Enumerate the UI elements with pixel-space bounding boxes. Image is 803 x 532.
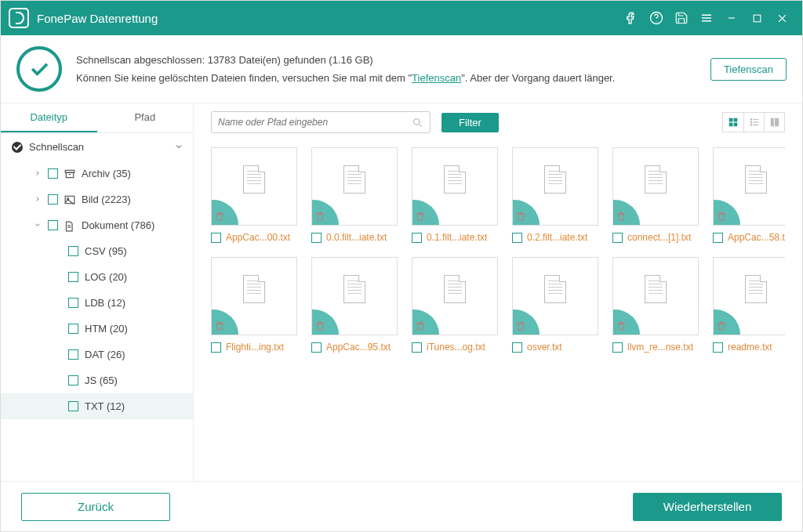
archive-icon xyxy=(64,169,75,179)
svg-rect-28 xyxy=(770,118,773,127)
document-icon xyxy=(645,275,667,303)
titlebar: FonePaw Datenrettung xyxy=(1,1,802,35)
file-thumbnail xyxy=(211,147,297,226)
help-icon[interactable] xyxy=(644,5,669,31)
checkbox[interactable] xyxy=(713,233,723,243)
tab-path[interactable]: Pfad xyxy=(97,103,194,132)
tree-sub-csv[interactable]: CSV (95) xyxy=(1,238,193,264)
scan-hint-line: Können Sie keine gelöschten Dateien find… xyxy=(76,69,696,87)
tree-sub-js[interactable]: JS (65) xyxy=(1,367,193,393)
search-input[interactable] xyxy=(218,117,412,128)
checkbox[interactable] xyxy=(68,272,78,282)
checkbox[interactable] xyxy=(412,342,422,353)
document-icon xyxy=(444,275,466,303)
tree-header-quickscan[interactable]: Schnellscan xyxy=(1,133,193,161)
checkbox[interactable] xyxy=(68,298,78,308)
checkbox[interactable] xyxy=(48,194,58,204)
checkbox[interactable] xyxy=(412,233,422,243)
file-thumbnail xyxy=(512,257,598,335)
main-panel: Filter AppCac...00.txt 0.0.filt...iate.t… xyxy=(194,103,802,481)
back-button[interactable]: Zurück xyxy=(21,493,170,521)
footer: Zurück Wiederherstellen xyxy=(1,481,802,531)
search-box[interactable] xyxy=(211,111,431,133)
chevron-right-icon xyxy=(34,169,42,179)
checkbox[interactable] xyxy=(612,233,623,243)
file-name: AppCac...95.txt xyxy=(326,342,398,353)
chevron-right-icon xyxy=(34,195,42,204)
app-window: FonePaw Datenrettung Schnellscan abges xyxy=(0,0,803,532)
file-card[interactable]: Flighti...ing.txt xyxy=(211,257,297,353)
filter-button[interactable]: Filter xyxy=(441,113,499,132)
file-card[interactable]: readme.txt xyxy=(713,257,785,353)
checkbox[interactable] xyxy=(48,168,58,179)
file-card[interactable]: osver.txt xyxy=(512,257,598,353)
search-icon xyxy=(412,117,423,128)
file-card[interactable]: 0.2.filt...iate.txt xyxy=(512,147,598,243)
checkbox[interactable] xyxy=(612,342,623,353)
tree-sub-log[interactable]: LOG (20) xyxy=(1,264,193,290)
maximize-icon[interactable] xyxy=(744,5,769,31)
checkbox[interactable] xyxy=(48,220,58,230)
minimize-icon[interactable] xyxy=(719,5,744,31)
svg-rect-20 xyxy=(729,123,733,127)
file-card[interactable]: iTunes...og.txt xyxy=(412,257,498,353)
file-card[interactable]: 0.1.filt...iate.txt xyxy=(412,147,498,243)
scan-result-line: Schnellscan abgeschlossen: 13783 Datei(e… xyxy=(76,51,696,69)
checkbox[interactable] xyxy=(211,342,221,353)
file-card[interactable]: 0.0.filt...iate.txt xyxy=(311,147,398,243)
tree-item-archiv[interactable]: Archiv (35) xyxy=(1,161,193,186)
deleted-badge-icon xyxy=(412,309,439,335)
deepscan-link[interactable]: Tiefenscan xyxy=(412,72,461,84)
list-view-button[interactable] xyxy=(743,113,764,132)
deleted-badge-icon xyxy=(412,200,439,225)
tree-item-label: Dokument (786) xyxy=(82,219,154,231)
checkmark-icon xyxy=(16,46,62,92)
file-card[interactable]: AppCac...58.txt xyxy=(713,147,785,243)
checkbox[interactable] xyxy=(68,375,78,385)
checkbox[interactable] xyxy=(211,233,221,243)
tree-sub-htm[interactable]: HTM (20) xyxy=(1,316,193,342)
file-card[interactable]: AppCac...00.txt xyxy=(211,147,297,243)
file-thumbnail xyxy=(612,257,699,335)
grid-view-button[interactable] xyxy=(723,113,743,132)
checkbox[interactable] xyxy=(68,401,78,411)
document-icon xyxy=(343,165,365,194)
file-name: 0.2.filt...iate.txt xyxy=(527,232,598,243)
checkbox[interactable] xyxy=(68,246,78,256)
recover-button[interactable]: Wiederherstellen xyxy=(633,493,782,521)
svg-rect-21 xyxy=(734,123,738,127)
tree-sub-dat[interactable]: DAT (26) xyxy=(1,342,193,367)
tree-sub-ldb[interactable]: LDB (12) xyxy=(1,290,193,316)
tree-sub-txt[interactable]: TXT (12) xyxy=(1,393,193,419)
checkbox[interactable] xyxy=(68,324,78,334)
file-name: iTunes...og.txt xyxy=(427,342,498,353)
tab-filetype[interactable]: Dateityp xyxy=(1,103,97,132)
save-icon[interactable] xyxy=(669,5,694,31)
file-card[interactable]: connect...[1].txt xyxy=(612,147,699,243)
deleted-badge-icon xyxy=(312,200,339,225)
facebook-icon[interactable] xyxy=(619,5,644,31)
file-card[interactable]: AppCac...95.txt xyxy=(311,257,398,353)
checkbox[interactable] xyxy=(512,233,522,243)
close-icon[interactable] xyxy=(769,5,794,31)
deleted-badge-icon xyxy=(714,200,740,225)
file-thumbnail xyxy=(412,257,498,335)
menu-icon[interactable] xyxy=(694,5,719,31)
file-name: AppCac...58.txt xyxy=(728,232,785,243)
checkbox[interactable] xyxy=(713,342,723,353)
scan-status-text: Schnellscan abgeschlossen: 13783 Datei(e… xyxy=(76,51,696,88)
checkbox[interactable] xyxy=(512,342,522,353)
checkbox[interactable] xyxy=(68,349,78,360)
checkbox[interactable] xyxy=(311,233,322,243)
checkbox[interactable] xyxy=(311,342,322,353)
svg-rect-18 xyxy=(729,118,733,122)
file-thumbnail xyxy=(412,147,498,226)
deleted-badge-icon xyxy=(513,309,540,335)
detail-view-button[interactable] xyxy=(764,113,784,132)
file-grid: AppCac...00.txt 0.0.filt...iate.txt 0.1.… xyxy=(211,141,785,481)
deepscan-button[interactable]: Tiefenscan xyxy=(710,58,787,81)
tree-item-dokument[interactable]: Dokument (786) xyxy=(1,212,193,238)
file-name: 0.1.filt...iate.txt xyxy=(427,232,498,243)
tree-item-bild[interactable]: Bild (2223) xyxy=(1,186,193,212)
file-card[interactable]: llvm_re...nse.txt xyxy=(612,257,699,353)
